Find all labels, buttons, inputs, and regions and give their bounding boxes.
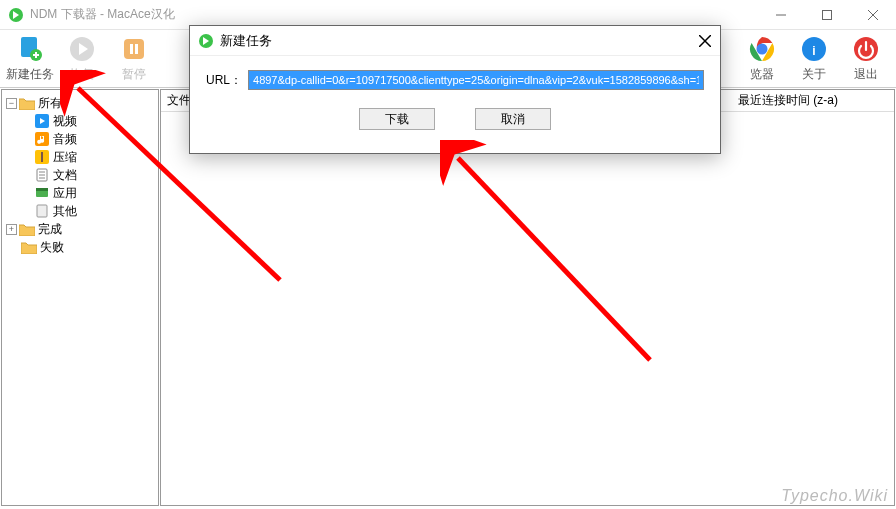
- browser-label: 览器: [750, 66, 774, 83]
- svg-rect-9: [130, 44, 133, 54]
- resume-label: 恢复: [70, 66, 94, 83]
- expand-icon[interactable]: +: [6, 224, 17, 235]
- dialog-app-icon: [198, 33, 214, 49]
- folder-icon: [21, 239, 37, 255]
- browser-button[interactable]: 览器: [736, 32, 788, 86]
- tree-archive[interactable]: 压缩: [32, 148, 156, 166]
- svg-rect-27: [37, 205, 47, 217]
- tree-app[interactable]: 应用: [32, 184, 156, 202]
- svg-rect-8: [124, 39, 144, 59]
- svg-rect-2: [823, 10, 832, 19]
- exit-button[interactable]: 退出: [840, 32, 892, 86]
- window-title: NDM 下载器 - MacAce汉化: [30, 6, 758, 23]
- archive-icon: [34, 149, 50, 165]
- folder-icon: [19, 95, 35, 111]
- tree-done[interactable]: + 完成: [4, 220, 156, 238]
- folder-icon: [19, 221, 35, 237]
- app-icon: [8, 7, 24, 23]
- new-task-label: 新建任务: [6, 66, 54, 83]
- tree-video[interactable]: 视频: [32, 112, 156, 130]
- video-icon: [34, 113, 50, 129]
- new-task-icon: [15, 34, 45, 64]
- close-button[interactable]: [850, 0, 896, 30]
- sidebar-tree[interactable]: − 所有 视频 音频 压缩 文档 应用 其他 + 完成 失败: [1, 89, 159, 506]
- other-icon: [34, 203, 50, 219]
- resume-icon: [67, 34, 97, 64]
- pause-icon: [119, 34, 149, 64]
- collapse-icon[interactable]: −: [6, 98, 17, 109]
- dialog-title: 新建任务: [220, 32, 690, 50]
- tree-all[interactable]: − 所有: [4, 94, 156, 112]
- dialog-close-button[interactable]: [690, 26, 720, 56]
- pause-label: 暂停: [122, 66, 146, 83]
- tree-audio[interactable]: 音频: [32, 130, 156, 148]
- cancel-button[interactable]: 取消: [475, 108, 551, 130]
- tree-other[interactable]: 其他: [32, 202, 156, 220]
- about-icon: i: [799, 34, 829, 64]
- resume-button[interactable]: 恢复: [56, 32, 108, 86]
- new-task-button[interactable]: 新建任务: [4, 32, 56, 86]
- svg-text:i: i: [812, 44, 815, 58]
- browser-icon: [747, 34, 777, 64]
- pause-button[interactable]: 暂停: [108, 32, 160, 86]
- new-task-dialog: 新建任务 URL： 下载 取消: [189, 25, 721, 154]
- minimize-button[interactable]: [758, 0, 804, 30]
- url-input[interactable]: [248, 70, 704, 90]
- url-label: URL：: [206, 72, 242, 89]
- app-icon-tree: [34, 185, 50, 201]
- tree-fail[interactable]: 失败: [4, 238, 156, 256]
- tree-doc[interactable]: 文档: [32, 166, 156, 184]
- audio-icon: [34, 131, 50, 147]
- column-time[interactable]: 最近连接时间 (z-a): [738, 92, 888, 109]
- svg-rect-10: [135, 44, 138, 54]
- exit-label: 退出: [854, 66, 878, 83]
- doc-icon: [34, 167, 50, 183]
- maximize-button[interactable]: [804, 0, 850, 30]
- dialog-titlebar: 新建任务: [190, 26, 720, 56]
- svg-rect-26: [36, 188, 48, 191]
- about-button[interactable]: i 关于: [788, 32, 840, 86]
- exit-icon: [851, 34, 881, 64]
- download-button[interactable]: 下载: [359, 108, 435, 130]
- svg-rect-20: [41, 152, 43, 162]
- about-label: 关于: [802, 66, 826, 83]
